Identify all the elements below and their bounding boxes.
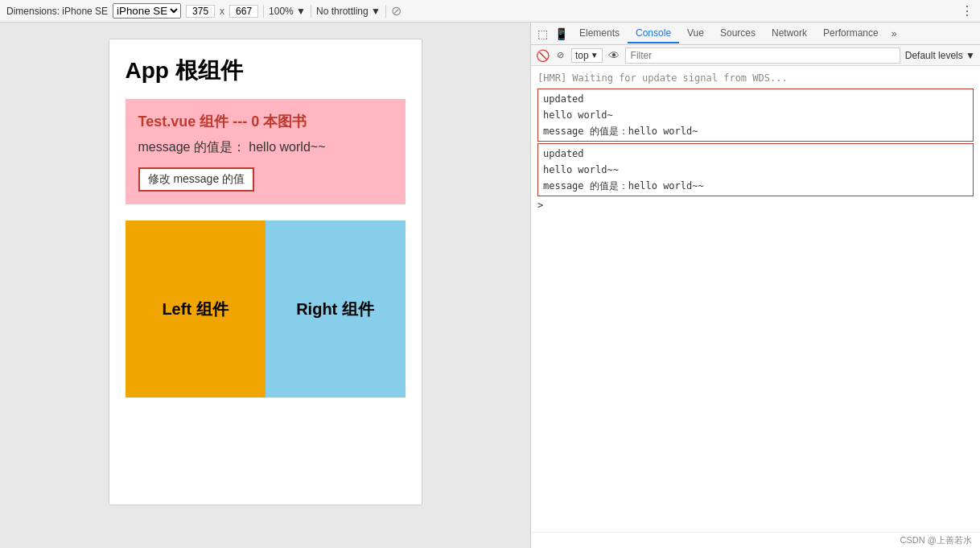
top-toolbar: Dimensions: iPhone SE iPhone SE x 100% ▼… [0, 0, 980, 23]
console-toolbar: 🚫 ⊘ top ▼ 👁 Default levels ▼ [531, 45, 980, 66]
block1-line1: updated [541, 91, 970, 107]
modify-message-button[interactable]: 修改 message 的值 [138, 167, 255, 192]
browser-viewport: App 根组件 Test.vue 组件 --- 0 本图书 message 的值… [0, 23, 531, 548]
right-component-label: Right 组件 [296, 299, 374, 320]
tab-sources[interactable]: Sources [712, 24, 764, 43]
separator3 [385, 5, 386, 18]
block1-line3: message 的值是：hello world~ [541, 123, 970, 139]
zoom-label: 100% ▼ [269, 6, 306, 17]
clear-console-icon[interactable]: 🚫 [536, 49, 549, 62]
console-prompt[interactable]: > [531, 198, 980, 212]
tab-vue[interactable]: Vue [679, 24, 712, 43]
console-filter-input[interactable] [625, 47, 900, 64]
dimensions-label: Dimensions: iPhone SE [6, 6, 108, 17]
throttling-label[interactable]: No throttling ▼ [316, 6, 381, 17]
height-input[interactable] [229, 5, 258, 18]
levels-label: Default levels [905, 50, 963, 61]
context-dropdown-icon: ▼ [591, 51, 599, 60]
test-component-title: Test.vue 组件 --- 0 本图书 [138, 112, 393, 131]
test-component-message: message 的值是： hello world~~ [138, 139, 393, 156]
devtools-panel: ⬚ 📱 Elements Console Vue Sources Network… [531, 23, 980, 548]
tab-performance[interactable]: Performance [815, 24, 887, 43]
more-options-icon[interactable]: ⋮ [961, 3, 974, 19]
inspect-icon[interactable]: ⬚ [534, 27, 551, 40]
top-label: top [575, 50, 589, 61]
bottom-bar: CSDN @上善若水 [531, 532, 980, 548]
components-row: Left 组件 Right 组件 [126, 220, 406, 398]
device-icon[interactable]: 📱 [551, 27, 571, 40]
phone-frame: App 根组件 Test.vue 组件 --- 0 本图书 message 的值… [109, 39, 422, 505]
tab-elements[interactable]: Elements [571, 24, 628, 43]
left-component: Left 组件 [126, 220, 266, 398]
test-component: Test.vue 组件 --- 0 本图书 message 的值是： hello… [126, 99, 406, 204]
x-separator: x [220, 6, 224, 17]
dimensions-select[interactable]: iPhone SE [113, 3, 181, 19]
tab-network[interactable]: Network [764, 24, 815, 43]
left-component-label: Left 组件 [162, 299, 228, 320]
tab-console[interactable]: Console [628, 24, 679, 43]
block2-line3: message 的值是：hello world~~ [541, 178, 970, 194]
block2-line1: updated [541, 146, 970, 162]
block2-line2: hello world~~ [541, 162, 970, 178]
no-entry-icon[interactable]: ⊘ [391, 3, 401, 19]
filter-icon[interactable]: ⊘ [554, 49, 566, 62]
watermark: CSDN @上善若水 [900, 534, 972, 546]
context-selector[interactable]: top ▼ [571, 48, 603, 63]
levels-dropdown[interactable]: Default levels ▼ [905, 50, 975, 61]
hmr-line: [HMR] Waiting for update signal from WDS… [531, 69, 980, 87]
right-component: Right 组件 [266, 220, 406, 398]
devtools-tabs: ⬚ 📱 Elements Console Vue Sources Network… [531, 23, 980, 45]
separator [263, 5, 264, 18]
width-input[interactable] [186, 5, 215, 18]
eye-icon[interactable]: 👁 [607, 49, 620, 62]
separator2 [311, 5, 311, 18]
levels-chevron-icon: ▼ [966, 50, 975, 61]
block1-line2: hello world~ [541, 107, 970, 123]
main-area: App 根组件 Test.vue 组件 --- 0 本图书 message 的值… [0, 23, 980, 548]
console-block-2: updated hello world~~ message 的值是：hello … [537, 143, 974, 196]
console-output: [HMR] Waiting for update signal from WDS… [531, 66, 980, 532]
app-title: App 根组件 [126, 56, 406, 86]
console-block-1: updated hello world~ message 的值是：hello w… [537, 89, 974, 142]
prompt-symbol: > [537, 200, 543, 211]
tab-more[interactable]: » [887, 25, 902, 43]
